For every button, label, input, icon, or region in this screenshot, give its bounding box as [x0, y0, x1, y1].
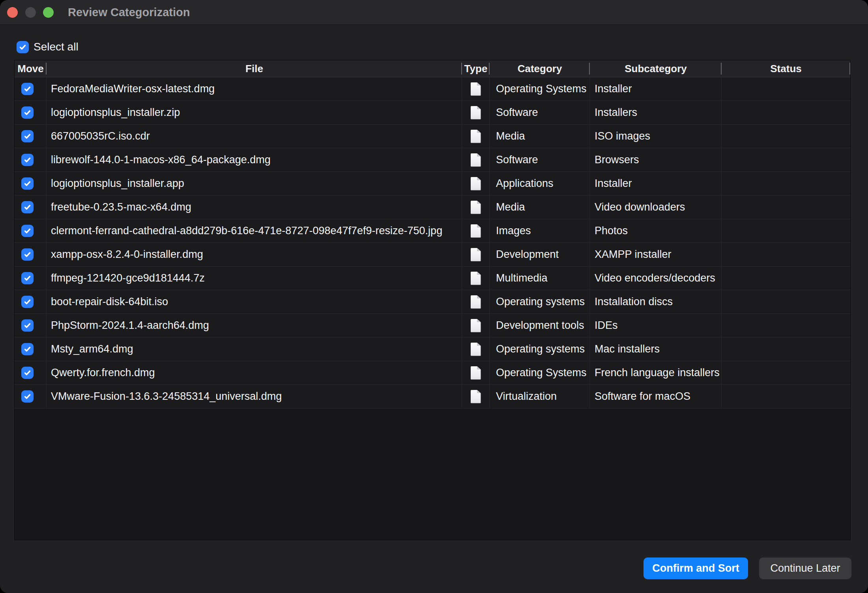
row-move-checkbox[interactable] [21, 367, 34, 379]
document-icon [471, 153, 481, 167]
row-move-checkbox[interactable] [21, 201, 34, 213]
table-row[interactable]: logioptionsplus_installer.zip Software I… [15, 101, 850, 125]
document-icon [471, 295, 481, 309]
checkmark-icon [23, 156, 32, 164]
row-type-cell [462, 243, 490, 266]
column-header-file: File [47, 60, 462, 77]
row-status [722, 314, 850, 337]
document-icon [471, 130, 481, 143]
row-subcategory: XAMPP installer [590, 243, 722, 266]
table-row[interactable]: PhpStorm-2024.1.4-aarch64.dmg Developmen… [15, 314, 850, 338]
row-status [722, 77, 850, 101]
row-file-name: logioptionsplus_installer.app [47, 172, 462, 195]
row-category: Operating systems [490, 290, 590, 313]
row-subcategory: Video encoders/decoders [590, 267, 722, 290]
select-all-checkbox[interactable] [17, 41, 29, 53]
row-status [722, 267, 850, 290]
table-row[interactable]: logioptionsplus_installer.app Applicatio… [15, 172, 850, 196]
categorization-table: Move File Type Category Subcategory Stat… [14, 60, 851, 540]
row-status [722, 338, 850, 361]
row-move-checkbox[interactable] [21, 177, 34, 190]
table-row[interactable]: boot-repair-disk-64bit.iso Operating sys… [15, 290, 850, 314]
row-category: Virtualization [490, 385, 590, 408]
table-row[interactable]: clermont-ferrand-cathedral-a8dd279b-616e… [15, 219, 850, 243]
row-subcategory: ISO images [590, 125, 722, 148]
checkmark-icon [23, 369, 32, 377]
row-status [722, 101, 850, 124]
row-move-checkbox[interactable] [21, 343, 34, 355]
document-icon [471, 224, 481, 238]
row-move-checkbox[interactable] [21, 83, 34, 95]
row-move-checkbox[interactable] [21, 319, 34, 332]
checkmark-icon [23, 85, 32, 93]
table-row[interactable]: VMware-Fusion-13.6.3-24585314_universal.… [15, 385, 850, 408]
row-category: Images [490, 219, 590, 242]
table-row[interactable]: xampp-osx-8.2.4-0-installer.dmg Developm… [15, 243, 850, 267]
row-subcategory: Mac installers [590, 338, 722, 361]
row-move-checkbox[interactable] [21, 390, 34, 403]
table-row[interactable]: FedoraMediaWriter-osx-latest.dmg Operati… [15, 77, 850, 101]
row-move-cell [15, 290, 47, 313]
row-status [722, 243, 850, 266]
continue-later-button[interactable]: Continue Later [759, 558, 851, 579]
row-category: Multimedia [490, 267, 590, 290]
row-move-checkbox[interactable] [21, 296, 34, 308]
row-status [722, 172, 850, 195]
row-move-checkbox[interactable] [21, 130, 34, 142]
table-row[interactable]: Qwerty.for.french.dmg Operating Systems … [15, 361, 850, 385]
row-status [722, 361, 850, 384]
row-move-cell [15, 172, 47, 195]
row-subcategory: Video downloaders [590, 196, 722, 219]
table-header-row: Move File Type Category Subcategory Stat… [15, 60, 850, 77]
row-move-cell [15, 267, 47, 290]
row-subcategory: IDEs [590, 314, 722, 337]
row-file-name: Qwerty.for.french.dmg [47, 361, 462, 384]
row-status [722, 196, 850, 219]
table-row[interactable]: 667005035rC.iso.cdr Media ISO images [15, 125, 850, 148]
row-status [722, 385, 850, 408]
row-move-checkbox[interactable] [21, 225, 34, 237]
checkmark-icon [23, 298, 32, 306]
row-file-name: clermont-ferrand-cathedral-a8dd279b-616e… [47, 219, 462, 242]
row-subcategory: Installer [590, 77, 722, 101]
zoom-window-icon[interactable] [43, 7, 54, 18]
row-move-checkbox[interactable] [21, 248, 34, 261]
row-move-checkbox[interactable] [21, 106, 34, 119]
table-row[interactable]: Msty_arm64.dmg Operating systems Mac ins… [15, 338, 850, 361]
row-file-name: xampp-osx-8.2.4-0-installer.dmg [47, 243, 462, 266]
row-type-cell [462, 196, 490, 219]
row-category: Development [490, 243, 590, 266]
table-row[interactable]: freetube-0.23.5-mac-x64.dmg Media Video … [15, 196, 850, 219]
minimize-window-icon[interactable] [25, 7, 36, 18]
row-move-checkbox[interactable] [21, 154, 34, 166]
row-move-cell [15, 125, 47, 148]
row-file-name: VMware-Fusion-13.6.3-24585314_universal.… [47, 385, 462, 408]
checkmark-icon [23, 108, 32, 117]
row-move-cell [15, 385, 47, 408]
row-status [722, 219, 850, 242]
row-move-cell [15, 101, 47, 124]
close-window-icon[interactable] [7, 7, 18, 18]
row-move-checkbox[interactable] [21, 272, 34, 284]
column-header-status: Status [722, 60, 850, 77]
checkmark-icon [19, 43, 27, 51]
column-header-category: Category [490, 60, 590, 77]
table-row[interactable]: ffmpeg-121420-gce9d181444.7z Multimedia … [15, 267, 850, 290]
row-subcategory: Installers [590, 101, 722, 124]
confirm-and-sort-button[interactable]: Confirm and Sort [644, 558, 748, 579]
document-icon [471, 272, 481, 285]
checkmark-icon [23, 345, 32, 353]
select-all-control[interactable]: Select all [17, 41, 79, 53]
row-category: Media [490, 196, 590, 219]
row-category: Applications [490, 172, 590, 195]
row-type-cell [462, 290, 490, 313]
row-file-name: librewolf-144.0-1-macos-x86_64-package.d… [47, 148, 462, 172]
row-subcategory: Browsers [590, 148, 722, 172]
table-row[interactable]: librewolf-144.0-1-macos-x86_64-package.d… [15, 148, 850, 172]
checkmark-icon [23, 274, 32, 282]
row-category: Media [490, 125, 590, 148]
review-categorization-window: Review Categorization Select all Move Fi… [0, 0, 868, 593]
document-icon [471, 390, 481, 403]
document-icon [471, 343, 481, 356]
document-icon [471, 366, 481, 380]
